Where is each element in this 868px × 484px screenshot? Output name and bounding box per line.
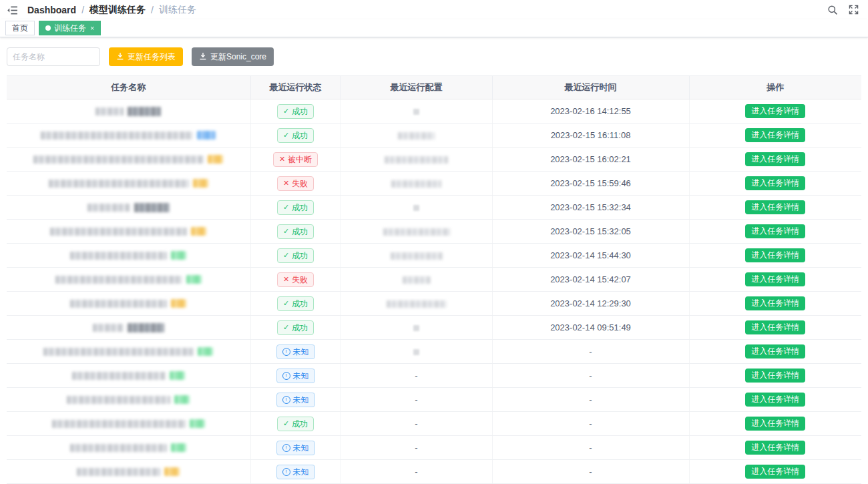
status-cell: ✓成功 <box>250 196 341 220</box>
task-name-redacted <box>7 251 250 260</box>
task-name-cell <box>7 244 250 268</box>
enter-task-detail-button[interactable]: 进入任务详情 <box>745 369 805 383</box>
run-time-cell: 2023-02-15 16:11:08 <box>492 124 689 148</box>
run-time-cell: - <box>492 340 689 364</box>
action-cell: 进入任务详情 <box>689 268 861 292</box>
table-row: !未知--进入任务详情 <box>7 460 861 484</box>
status-badge-unknown: !未知 <box>276 369 315 383</box>
info-circle-icon: ! <box>282 396 290 404</box>
download-icon <box>199 52 207 62</box>
enter-task-detail-button[interactable]: 进入任务详情 <box>745 176 805 190</box>
enter-task-detail-button[interactable]: 进入任务详情 <box>745 200 805 214</box>
status-cell: ✓成功 <box>250 99 341 124</box>
enter-task-detail-button[interactable]: 进入任务详情 <box>745 320 805 334</box>
fullscreen-icon[interactable] <box>849 5 859 15</box>
column-header-time: 最近运行时间 <box>492 76 689 99</box>
toolbar: 更新任务列表 更新Sonic_core <box>0 37 868 66</box>
task-name-redacted <box>7 275 250 284</box>
tab-training-tasks[interactable]: 训练任务 × <box>39 21 101 35</box>
task-name-cell <box>7 436 250 460</box>
table-row: !未知-进入任务详情 <box>7 340 861 364</box>
enter-task-detail-button[interactable]: 进入任务详情 <box>745 465 805 479</box>
config-cell: - <box>341 412 492 436</box>
task-name-redacted <box>7 203 250 212</box>
table-row: ✓成功2023-02-14 09:51:49进入任务详情 <box>7 316 861 340</box>
redacted-text <box>95 107 124 115</box>
info-circle-icon: ! <box>282 468 290 476</box>
redacted-text <box>67 396 170 404</box>
cross-icon: ✕ <box>283 180 289 187</box>
search-icon[interactable] <box>827 5 838 15</box>
status-cell: !未知 <box>250 340 341 364</box>
hamburger-icon[interactable] <box>4 3 23 16</box>
run-time-cell: 2023-02-14 12:29:30 <box>492 292 689 316</box>
action-cell: 进入任务详情 <box>689 364 861 388</box>
enter-task-detail-button[interactable]: 进入任务详情 <box>745 441 805 455</box>
status-cell: ✓成功 <box>250 244 341 268</box>
breadcrumb-item-model-training[interactable]: 模型训练任务 <box>89 4 146 16</box>
run-time-cell: 2023-02-14 09:51:49 <box>492 316 689 340</box>
update-task-list-button[interactable]: 更新任务列表 <box>109 47 183 66</box>
run-time-cell: 2023-02-15 16:02:21 <box>492 148 689 172</box>
redacted-config-dot <box>413 205 419 211</box>
status-badge-success: ✓成功 <box>277 296 314 311</box>
config-cell <box>341 99 492 124</box>
enter-task-detail-button[interactable]: 进入任务详情 <box>745 296 805 310</box>
config-cell <box>341 340 492 364</box>
status-label: 失败 <box>292 180 308 188</box>
task-name-input[interactable] <box>7 47 100 66</box>
enter-task-detail-button[interactable]: 进入任务详情 <box>745 417 805 431</box>
status-badge-failed: ✕失败 <box>277 176 314 191</box>
status-badge-success: ✓成功 <box>277 320 314 335</box>
breadcrumb-item-dashboard[interactable]: Dashboard <box>27 5 76 15</box>
table-row: ✕被中断2023-02-15 16:02:21进入任务详情 <box>7 148 861 172</box>
status-label: 成功 <box>292 252 308 260</box>
table-row: ✓成功2023-02-15 15:32:34进入任务详情 <box>7 196 861 220</box>
status-cell: !未知 <box>250 436 341 460</box>
enter-task-detail-button[interactable]: 进入任务详情 <box>745 224 805 238</box>
config-cell <box>341 244 492 268</box>
redacted-text <box>72 372 166 380</box>
enter-task-detail-button[interactable]: 进入任务详情 <box>745 152 805 166</box>
check-icon: ✓ <box>283 204 289 211</box>
task-table-wrap: 任务名称最近运行状态最近运行配置最近运行时间操作 ✓成功2023-02-16 1… <box>7 75 861 484</box>
task-tag-green <box>171 443 186 452</box>
enter-task-detail-button[interactable]: 进入任务详情 <box>745 344 805 358</box>
status-label: 成功 <box>292 228 308 236</box>
status-label: 成功 <box>292 107 308 115</box>
check-icon: ✓ <box>283 107 289 115</box>
tab-home[interactable]: 首页 <box>5 21 35 35</box>
task-name-redacted <box>7 323 250 332</box>
enter-task-detail-button[interactable]: 进入任务详情 <box>745 393 805 407</box>
enter-task-detail-button[interactable]: 进入任务详情 <box>745 104 805 118</box>
task-name-cell <box>7 268 250 292</box>
task-name-cell <box>7 172 250 196</box>
run-time-cell: - <box>492 460 689 484</box>
task-tag-green <box>174 395 190 404</box>
action-cell: 进入任务详情 <box>689 124 861 148</box>
action-cell: 进入任务详情 <box>689 460 861 484</box>
top-navbar: Dashboard / 模型训练任务 / 训练任务 <box>0 0 868 19</box>
run-time-cell: - <box>492 388 689 412</box>
status-label: 未知 <box>293 444 309 452</box>
config-cell <box>341 220 492 244</box>
task-name-cell <box>7 460 250 484</box>
action-cell: 进入任务详情 <box>689 172 861 196</box>
task-tag-green <box>186 275 202 284</box>
redacted-text <box>50 228 187 236</box>
enter-task-detail-button[interactable]: 进入任务详情 <box>745 272 805 286</box>
task-name-redacted <box>7 131 250 140</box>
config-cell: - <box>341 364 492 388</box>
status-badge-interrupted: ✕被中断 <box>273 152 318 167</box>
status-badge-unknown: !未知 <box>276 393 315 407</box>
task-name-cell <box>7 196 250 220</box>
enter-task-detail-button[interactable]: 进入任务详情 <box>745 128 805 142</box>
breadcrumb: Dashboard / 模型训练任务 / 训练任务 <box>27 4 196 16</box>
status-label: 未知 <box>293 348 309 356</box>
run-time-cell: 2023-02-15 15:32:34 <box>492 196 689 220</box>
close-icon[interactable]: × <box>90 24 94 32</box>
update-sonic-core-button[interactable]: 更新Sonic_core <box>192 47 274 66</box>
redacted-text <box>77 468 160 476</box>
enter-task-detail-button[interactable]: 进入任务详情 <box>745 248 805 262</box>
run-time-cell: 2023-02-14 15:42:07 <box>492 268 689 292</box>
